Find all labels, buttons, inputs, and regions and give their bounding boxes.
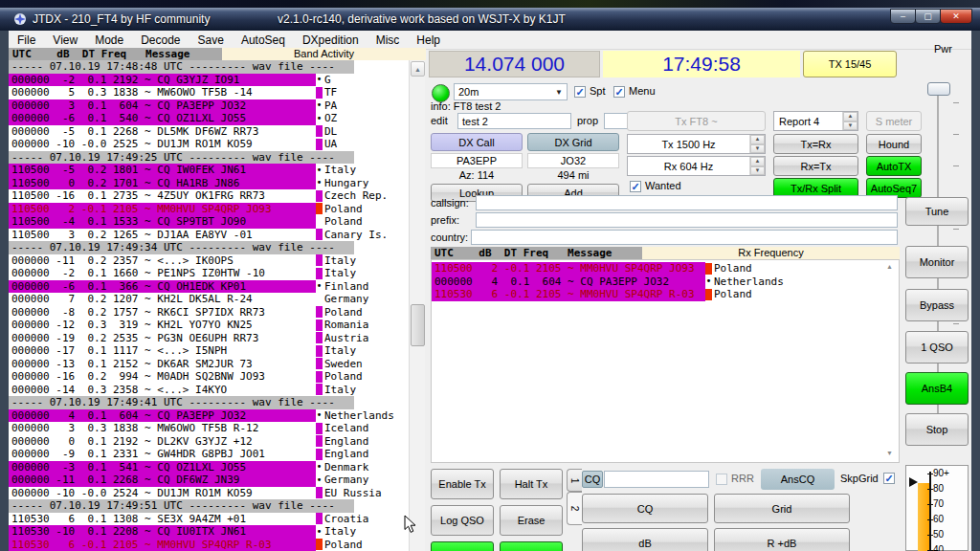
decode-row[interactable]: 000000 -17 0.1 1117 ~ <...> I5NPHItaly [9,344,409,358]
cq-chip[interactable]: CQ [582,471,603,488]
1-qso-button[interactable]: 1 QSO [905,331,969,364]
decode-row[interactable]: 000000 -10 -0.0 2524 ~ DU1JM RO1M KO59EU… [9,487,409,500]
swl-mode-button[interactable]: SWL mode [500,541,563,551]
enable-tx-button[interactable]: Enable Tx [431,469,494,499]
rx-freq-spinner[interactable]: Rx 604 Hz ▲▼ [627,156,766,176]
decode-row[interactable]: 000000 -2 0.1 2192 ~ CQ G3YJZ IO91•G [9,74,409,87]
pwr-slider-handle[interactable] [927,82,950,96]
decode-row[interactable]: 110500 3 0.2 1265 ~ DJ1AA EA8YV -01Canar… [9,229,409,242]
decode-row[interactable]: 110530 6 0.1 1308 ~ SE3X 9A4ZM +01Croati… [9,513,409,526]
skpgrid-checkbox[interactable]: ✓ [883,473,895,484]
dx-grid-value[interactable]: JO32 [527,153,619,168]
edit-input[interactable]: test 2 [457,113,571,129]
decode-row[interactable]: 110500 2 -0.1 2105 ~ MM0HVU SP4QRP JO93P… [9,203,409,216]
ansb4-button[interactable]: AnsB4 [905,372,969,405]
menu-item-help[interactable]: Help [408,33,449,47]
scroll-up-icon[interactable]: ▲ [886,263,893,270]
decode-row[interactable]: 110500 -4 0.1 1533 ~ CQ SP9TBT JO90Polan… [9,215,409,229]
decode-row[interactable]: 000000 3 0.3 1838 ~ MW6OWO TF5B R-12Icel… [9,422,409,435]
decode-row[interactable]: 000000 -9 0.1 2331 ~ GW4HDR G8PBJ JO01En… [9,448,409,461]
band-activity-scrollbar[interactable]: ▲ [409,60,425,551]
gen-rdb-button[interactable]: R +dB [714,528,850,551]
country-input[interactable] [471,230,898,245]
stop-button[interactable]: Stop [905,413,969,446]
minimize-button[interactable]: – [890,9,916,24]
title-bar[interactable]: JTDX - 210_FT4 by HF community v2.1.0-rc… [0,8,980,31]
spt-checkbox[interactable]: ✓ [574,86,586,98]
callsign-input[interactable] [476,195,898,210]
dx-call-button[interactable]: DX Call [431,133,523,151]
decode-row[interactable]: 000000 5 0.3 1838 ~ MW6OWO TF5B -14TF [9,86,409,99]
monitor-button[interactable]: Monitor [905,246,969,278]
log-qso-button[interactable]: Log QSO [431,505,494,536]
maximize-button[interactable]: ▢ [915,9,941,24]
erase-button[interactable]: Erase [500,505,563,536]
decode-row[interactable]: 000000 0 0.1 2192 ~ DL2KV G3YJZ +12Engla… [9,435,409,449]
menu-item-view[interactable]: View [44,33,86,47]
tx-eq-rx-button[interactable]: Tx=Rx [773,134,858,154]
gen-grid-button[interactable]: Grid [714,494,850,523]
decode-row[interactable]: 110500 -5 0.2 1801 ~ CQ IW0FEK JN61•Ital… [9,164,409,177]
menu-checkbox[interactable]: ✓ [613,86,625,98]
tx-cycle-button[interactable]: TX 15/45 [803,51,897,77]
spinner-arrows-icon[interactable]: ▲▼ [749,157,765,175]
decode-row[interactable]: 000000 3 0.1 604 ~ CQ PA3EPP JO32•PA [9,99,409,113]
decode-row[interactable]: 000000 -11 0.2 2357 ~ <...> IK0OPSItaly [9,254,409,268]
decode-row[interactable]: 110500 0 0.2 1701 ~ CQ HA1RB JN86•Hungar… [9,177,409,190]
decode-row[interactable]: 000000 -6 0.1 366 ~ CQ OH1EDK KP01•Finla… [9,280,409,294]
gen-db-button[interactable]: dB [582,528,708,551]
dx-grid-button[interactable]: DX Grid [527,133,619,151]
tune-button[interactable]: Tune [905,197,969,226]
scrollbar-thumb[interactable] [411,304,425,346]
scroll-up-icon[interactable]: ▲ [411,61,425,77]
decode-row[interactable]: 110530 -10 0.1 2208 ~ CQ IU0ITX JN61•Ita… [9,525,409,539]
decode-row[interactable]: 110530 6 -0.1 2105 ~ MM0HVU SP4QRP R-03P… [432,288,899,301]
decode-row[interactable]: 000000 -10 -0.0 2525 ~ DU1JM RO1M KO59UA [9,138,409,151]
decode-row[interactable]: 000000 7 0.2 1207 ~ KH2L DK5AL R-24Germa… [9,293,409,306]
close-button[interactable]: ✕ [940,9,972,24]
decode-row[interactable]: 000000 -12 0.3 319 ~ KH2L YO7YO KN25Roma… [9,319,409,332]
decode-row[interactable]: 000000 -8 0.2 1757 ~ RK6CI SP7IDX RR73Po… [9,306,409,320]
spinner-arrows-icon[interactable]: ▲▼ [842,112,858,130]
menu-item-dxpedition[interactable]: DXpedition [294,33,368,47]
decode-row[interactable]: 000000 -16 0.2 994 ~ M0ADH SQ2BNW JO93Po… [9,370,409,384]
hint-button[interactable]: Hint [431,541,494,551]
menu-item-decode[interactable]: Decode [132,33,189,47]
tx-mode-button[interactable]: Tx FT8 ~ [627,111,766,131]
hound-button[interactable]: Hound [866,134,922,154]
rx-eq-tx-button[interactable]: Rx=Tx [773,156,858,176]
menu-item-autoseq[interactable]: AutoSeq [233,33,294,47]
prefix-input[interactable] [476,212,898,228]
spinner-arrows-icon[interactable]: ▲▼ [749,135,765,153]
decode-row[interactable]: 000000 -6 0.1 540 ~ CQ OZ1LXL JO55•OZ [9,112,409,125]
tx-freq-spinner[interactable]: Tx 1500 Hz ▲▼ [627,134,766,154]
autotx-button[interactable]: AutoTX [866,156,922,176]
gen-cq-button[interactable]: CQ [582,494,708,523]
decode-row[interactable]: 000000 -11 0.1 2268 ~ CQ DF6WZ JN39•Germ… [9,474,409,487]
decode-row[interactable]: 000000 -5 0.1 2268 ~ DL5MK DF6WZ RR73DL [9,125,409,139]
decode-row[interactable]: 000000 -3 0.1 541 ~ CQ OZ1LXL JO55•Denma… [9,461,409,474]
dx-call-value[interactable]: PA3EPP [431,153,523,168]
wanted-checkbox[interactable]: ✓ [630,181,641,192]
menu-item-mode[interactable]: Mode [86,33,132,47]
tab-2[interactable]: 2 [567,492,582,525]
menu-item-save[interactable]: Save [189,33,233,47]
menu-item-misc[interactable]: Misc [368,33,409,47]
halt-tx-button[interactable]: Halt Tx [500,469,563,499]
decode-row[interactable]: 000000 -2 0.1 1660 ~ PE1NPS IZ0HTW -10It… [9,267,409,280]
tab-1[interactable]: 1 [567,469,582,492]
anscq-button[interactable]: AnsCQ [761,469,835,490]
decode-row[interactable]: 000000 4 0.1 604 ~ CQ PA3EPP JO32•Nether… [432,276,899,289]
band-select[interactable]: 20m ▼ [454,83,568,100]
menu-item-file[interactable]: File [9,33,44,47]
s-meter-button[interactable]: S meter [866,111,922,131]
report-spinner[interactable]: Report 4 ▲▼ [773,111,858,131]
decode-row[interactable]: 110500 2 -0.1 2105 ~ MM0HVU SP4QRP JO93P… [432,262,899,276]
decode-row[interactable]: 000000 -19 0.2 2535 ~ PG3N OE6UPH RR73Au… [9,332,409,345]
decode-row[interactable]: 000000 -13 0.1 2152 ~ DK6AR SM2JUR 73Swe… [9,358,409,371]
decode-row[interactable]: 000000 -14 0.3 2358 ~ <...> I4KYOItaly [9,384,409,397]
decode-row[interactable]: 000000 4 0.1 604 ~ CQ PA3EPP JO32•Nether… [9,409,409,423]
decode-row[interactable]: 110530 6 -0.1 2105 ~ MM0HVU SP4QRP R-03P… [9,539,409,551]
free-message-input[interactable] [604,471,709,488]
decode-row[interactable]: 110500 -16 0.1 2735 ~ 4Z5UY OK1FRG RR73C… [9,189,409,203]
